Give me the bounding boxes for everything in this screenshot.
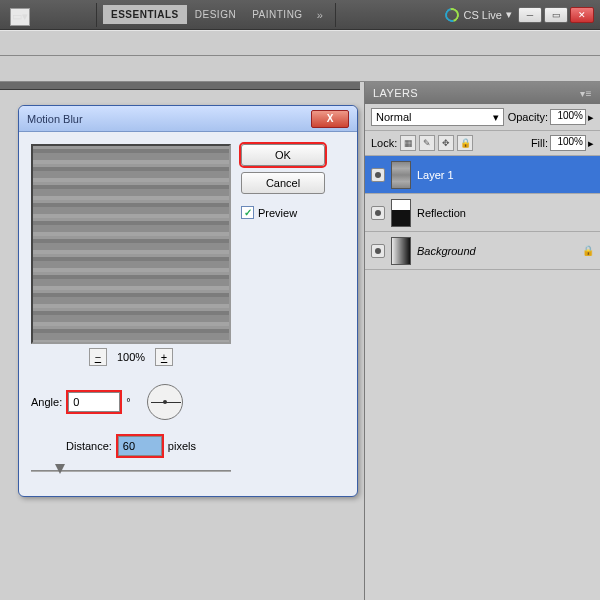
motion-blur-dialog: Motion Blur X − 100% + Angle: ° Distance… — [18, 105, 358, 497]
visibility-toggle-icon[interactable] — [371, 168, 385, 182]
angle-unit: ° — [126, 396, 130, 408]
distance-unit: pixels — [168, 440, 196, 452]
zoom-out-button[interactable]: − — [89, 348, 107, 366]
distance-input[interactable] — [118, 436, 162, 456]
layer-thumbnail[interactable] — [391, 237, 411, 265]
layer-name[interactable]: Reflection — [417, 207, 594, 219]
blend-mode-select[interactable]: Normal ▾ — [371, 108, 504, 126]
panel-menu-icon[interactable]: ▾≡ — [580, 88, 592, 99]
opacity-input[interactable]: 100% — [550, 109, 586, 125]
cslive-caret-icon: ▾ — [506, 8, 512, 21]
lock-all-icon[interactable]: 🔒 — [457, 135, 473, 151]
screenmode-icon[interactable]: ▭▾ — [10, 8, 30, 26]
angle-input[interactable] — [68, 392, 120, 412]
lock-icon: 🔒 — [582, 245, 594, 256]
chevron-down-icon: ▾ — [493, 111, 499, 124]
blend-mode-value: Normal — [376, 111, 411, 123]
maximize-button[interactable]: ▭ — [544, 7, 568, 23]
lock-pixels-icon[interactable]: ✎ — [419, 135, 435, 151]
angle-label: Angle: — [31, 396, 62, 408]
workspace-design[interactable]: DESIGN — [187, 5, 244, 24]
layers-panel: LAYERS ▾≡ Normal ▾ Opacity: 100% ▸ Lock:… — [364, 82, 600, 600]
layer-row[interactable]: Layer 1 — [365, 156, 600, 194]
opacity-caret-icon[interactable]: ▸ — [588, 111, 594, 124]
zoom-in-button[interactable]: + — [155, 348, 173, 366]
opacity-label: Opacity: — [508, 111, 548, 123]
cslive-button[interactable]: CS Live ▾ — [445, 8, 512, 22]
lock-label: Lock: — [371, 137, 397, 149]
layer-row[interactable]: Background 🔒 — [365, 232, 600, 270]
fill-label: Fill: — [531, 137, 548, 149]
dialog-close-button[interactable]: X — [311, 110, 349, 128]
layer-thumbnail[interactable] — [391, 199, 411, 227]
workspace-more-icon[interactable]: » — [317, 9, 323, 21]
distance-label: Distance: — [66, 440, 112, 452]
workspace-painting[interactable]: PAINTING — [244, 5, 310, 24]
close-button[interactable]: ✕ — [570, 7, 594, 23]
fill-input[interactable]: 100% — [550, 135, 586, 151]
distance-slider[interactable] — [31, 462, 231, 480]
ok-button[interactable]: OK — [241, 144, 325, 166]
layer-name[interactable]: Layer 1 — [417, 169, 594, 181]
filter-preview[interactable] — [31, 144, 231, 344]
visibility-toggle-icon[interactable] — [371, 206, 385, 220]
zoom-value: 100% — [117, 351, 145, 363]
lock-transparent-icon[interactable]: ▦ — [400, 135, 416, 151]
cancel-button[interactable]: Cancel — [241, 172, 325, 194]
minimize-button[interactable]: ─ — [518, 7, 542, 23]
workspace-essentials[interactable]: ESSENTIALS — [103, 5, 187, 24]
document-tab-strip — [0, 82, 360, 90]
angle-wheel[interactable] — [147, 384, 183, 420]
layer-row[interactable]: Reflection — [365, 194, 600, 232]
layer-thumbnail[interactable] — [391, 161, 411, 189]
options-bar[interactable] — [0, 30, 600, 56]
dialog-title: Motion Blur — [27, 113, 83, 125]
visibility-toggle-icon[interactable] — [371, 244, 385, 258]
layers-panel-title: LAYERS — [373, 87, 418, 99]
app-menubar: ▭▾ ESSENTIALS DESIGN PAINTING » CS Live … — [0, 0, 600, 30]
dialog-titlebar[interactable]: Motion Blur X — [19, 106, 357, 132]
preview-label: Preview — [258, 207, 297, 219]
cslive-label: CS Live — [463, 9, 502, 21]
options-bar-2[interactable] — [0, 56, 600, 82]
layers-panel-header[interactable]: LAYERS ▾≡ — [365, 82, 600, 104]
fill-caret-icon[interactable]: ▸ — [588, 137, 594, 150]
lock-position-icon[interactable]: ✥ — [438, 135, 454, 151]
preview-checkbox[interactable]: ✓ — [241, 206, 254, 219]
slider-thumb-icon[interactable] — [55, 464, 65, 474]
cslive-icon — [443, 5, 462, 24]
layer-name[interactable]: Background — [417, 245, 576, 257]
